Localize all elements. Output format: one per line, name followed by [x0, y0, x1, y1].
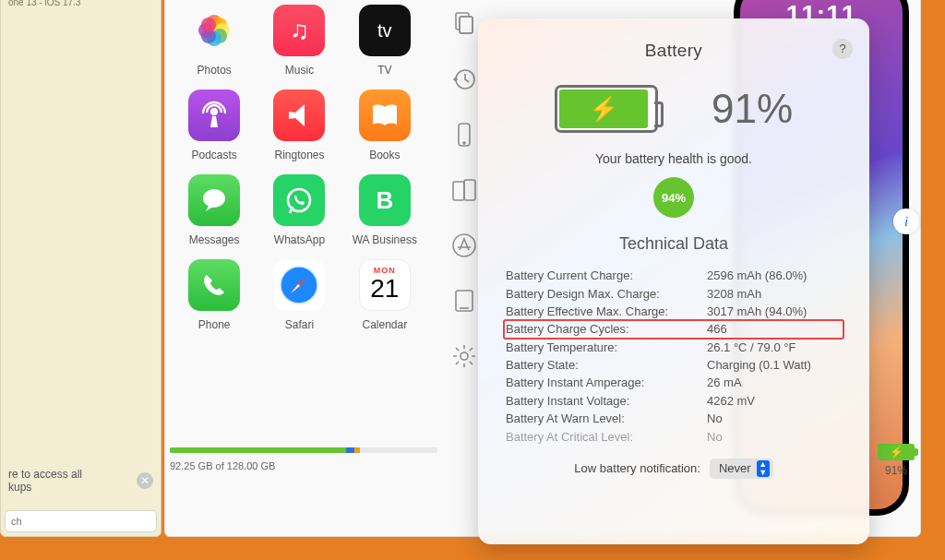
app-ringtones[interactable]: Ringtones	[257, 89, 341, 161]
whatsapp-icon	[273, 174, 325, 226]
app-music[interactable]: ♫ Music	[257, 5, 341, 77]
svg-point-24	[461, 352, 468, 360]
tech-row-value: No	[707, 430, 842, 444]
mini-battery-pct: 91%	[876, 464, 916, 477]
tech-row: Battery Design Max. Charge:3208 mAh	[506, 284, 842, 302]
app-calendar[interactable]: MON 21 Calendar	[343, 259, 426, 331]
app-books[interactable]: Books	[343, 89, 426, 161]
info-icon[interactable]: i	[893, 209, 919, 234]
tech-row-value: 466	[707, 322, 842, 336]
storage-text: 92.25 GB of 128.00 GB	[170, 460, 437, 471]
app-tv[interactable]: tv TV	[343, 5, 426, 77]
mini-battery[interactable]: ⚡ 91%	[876, 444, 916, 477]
app-safari[interactable]: Safari	[257, 259, 341, 331]
documents-icon[interactable]	[448, 8, 481, 40]
search-input[interactable]	[5, 510, 157, 532]
app-grid: Photos ♫ Music tv TV Podcasts Ringtones	[173, 5, 426, 331]
app-label: Books	[343, 149, 426, 161]
tablet-icon[interactable]	[448, 285, 481, 316]
wabusiness-icon: B	[359, 174, 411, 226]
calendar-icon: MON 21	[359, 259, 411, 311]
svg-rect-20	[464, 180, 475, 200]
app-phone[interactable]: Phone	[173, 259, 256, 331]
app-label: TV	[343, 64, 426, 77]
device-sidebar: one 13 - iOS 17.3 re to access all kups …	[0, 0, 161, 537]
tech-row: Battery Temperature:26.1 °C / 79.0 °F	[506, 339, 842, 356]
tech-row: Battery Instant Voltage:4262 mV	[506, 392, 842, 410]
backups-notice-text: re to access all kups	[8, 468, 82, 494]
books-icon	[359, 89, 411, 141]
safari-icon	[273, 259, 325, 311]
svg-rect-14	[460, 17, 472, 33]
app-label: Ringtones	[257, 149, 341, 161]
bolt-icon: ⚡	[878, 444, 915, 460]
tech-row-label: Battery At Warn Level:	[506, 411, 707, 425]
svg-point-7	[201, 18, 216, 32]
tech-row-label: Battery Temperature:	[506, 340, 707, 354]
storage-seg-media	[346, 447, 354, 453]
app-label: Phone	[173, 318, 256, 331]
tech-row-value: 4262 mV	[707, 394, 842, 408]
tech-row-label: Battery Charge Cycles:	[506, 322, 707, 336]
tech-row: Battery At Critical Level:No	[506, 427, 842, 445]
tech-row-value: No	[707, 411, 842, 425]
storage-bar	[170, 447, 437, 453]
tech-row-label: Battery At Critical Level:	[506, 430, 707, 444]
tech-row: Battery Current Charge:2596 mAh (86.0%)	[506, 267, 842, 284]
app-label: Podcasts	[173, 149, 256, 161]
low-battery-notification-select[interactable]: Never ▲▼	[710, 459, 773, 479]
app-photos[interactable]: Photos	[173, 5, 256, 77]
tech-row-label: Battery Instant Voltage:	[506, 394, 707, 408]
app-label: Messages	[173, 233, 256, 246]
app-wabusiness[interactable]: B WA Business	[343, 174, 426, 246]
tech-row-label: Battery State:	[506, 358, 707, 372]
select-value: Never	[719, 461, 751, 475]
messages-icon	[188, 174, 240, 226]
device-label: one 13 - iOS 17.3	[1, 0, 161, 11]
app-whatsapp[interactable]: WhatsApp	[257, 174, 341, 246]
tech-row-label: Battery Current Charge:	[506, 268, 707, 282]
app-label: Safari	[257, 318, 341, 331]
phone-icon	[188, 259, 240, 311]
app-label: Music	[257, 64, 341, 77]
storage-seg-apps	[170, 447, 346, 453]
battery-summary: ⚡ 91%	[478, 85, 869, 133]
app-podcasts[interactable]: Podcasts	[173, 89, 256, 161]
history-icon[interactable]	[448, 64, 481, 95]
svg-point-18	[463, 142, 465, 144]
battery-popover: ? Battery ⚡ 91% Your battery health is g…	[478, 18, 869, 544]
ringtones-icon	[273, 89, 325, 141]
battery-fill: ⚡	[559, 89, 648, 128]
tech-row-value: 3017 mAh (94.0%)	[707, 304, 842, 318]
tech-row: Battery At Warn Level:No	[506, 410, 842, 427]
tech-row-value: 2596 mAh (86.0%)	[707, 268, 842, 282]
tech-row-value: 26 mA	[707, 375, 842, 389]
storage-meter: 92.25 GB of 128.00 GB	[170, 447, 437, 471]
calendar-day: 21	[360, 275, 410, 303]
battery-percent: 91%	[712, 86, 793, 132]
photos-icon	[188, 5, 240, 56]
help-icon[interactable]: ?	[832, 39, 853, 59]
music-icon: ♫	[273, 5, 325, 56]
close-icon[interactable]: ✕	[137, 472, 153, 489]
app-label: Calendar	[343, 318, 426, 331]
battery-health-text: Your battery health is good.	[478, 151, 869, 166]
svg-rect-19	[453, 182, 464, 200]
popover-title: Battery	[478, 41, 869, 61]
devices-icon[interactable]	[448, 174, 481, 206]
phone-outline-icon[interactable]	[448, 119, 481, 150]
low-battery-notification-row: Low battery notification: Never ▲▼	[478, 459, 869, 479]
tech-row-value: Charging (0.1 Watt)	[707, 358, 842, 372]
settings-icon[interactable]	[448, 340, 481, 372]
tech-row-label: Battery Effective Max. Charge:	[506, 304, 707, 318]
podcasts-icon	[188, 89, 240, 141]
bolt-icon: ⚡	[589, 95, 618, 124]
appstore-icon[interactable]	[448, 230, 481, 261]
technical-data-title: Technical Data	[478, 234, 869, 254]
app-messages[interactable]: Messages	[173, 174, 256, 246]
tech-row: Battery Charge Cycles:466	[504, 320, 843, 338]
tv-icon: tv	[359, 5, 411, 56]
tech-row: Battery Instant Amperage:26 mA	[506, 374, 842, 391]
tech-row-value: 3208 mAh	[707, 287, 842, 301]
app-label: WA Business	[343, 233, 426, 246]
